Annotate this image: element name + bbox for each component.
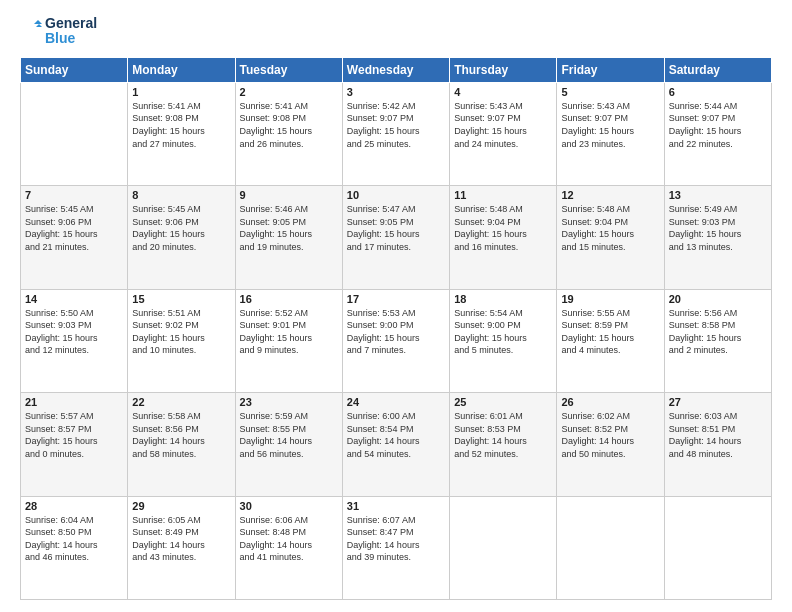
day-info: Sunrise: 5:43 AM Sunset: 9:07 PM Dayligh… (454, 100, 552, 150)
day-info: Sunrise: 5:46 AM Sunset: 9:05 PM Dayligh… (240, 203, 338, 253)
day-cell: 18Sunrise: 5:54 AM Sunset: 9:00 PM Dayli… (450, 289, 557, 392)
day-number: 28 (25, 500, 123, 512)
day-cell: 8Sunrise: 5:45 AM Sunset: 9:06 PM Daylig… (128, 186, 235, 289)
header-cell-tuesday: Tuesday (235, 57, 342, 82)
logo-bird-icon (20, 20, 42, 42)
day-info: Sunrise: 5:45 AM Sunset: 9:06 PM Dayligh… (132, 203, 230, 253)
day-cell: 9Sunrise: 5:46 AM Sunset: 9:05 PM Daylig… (235, 186, 342, 289)
day-number: 26 (561, 396, 659, 408)
day-cell: 30Sunrise: 6:06 AM Sunset: 8:48 PM Dayli… (235, 496, 342, 599)
day-cell (664, 496, 771, 599)
day-info: Sunrise: 5:41 AM Sunset: 9:08 PM Dayligh… (240, 100, 338, 150)
day-number: 13 (669, 189, 767, 201)
day-cell: 19Sunrise: 5:55 AM Sunset: 8:59 PM Dayli… (557, 289, 664, 392)
day-number: 17 (347, 293, 445, 305)
day-cell: 7Sunrise: 5:45 AM Sunset: 9:06 PM Daylig… (21, 186, 128, 289)
day-number: 10 (347, 189, 445, 201)
day-info: Sunrise: 5:59 AM Sunset: 8:55 PM Dayligh… (240, 410, 338, 460)
day-info: Sunrise: 5:58 AM Sunset: 8:56 PM Dayligh… (132, 410, 230, 460)
header-cell-friday: Friday (557, 57, 664, 82)
day-cell: 3Sunrise: 5:42 AM Sunset: 9:07 PM Daylig… (342, 82, 449, 185)
day-cell: 16Sunrise: 5:52 AM Sunset: 9:01 PM Dayli… (235, 289, 342, 392)
day-number: 14 (25, 293, 123, 305)
day-info: Sunrise: 5:47 AM Sunset: 9:05 PM Dayligh… (347, 203, 445, 253)
day-info: Sunrise: 6:05 AM Sunset: 8:49 PM Dayligh… (132, 514, 230, 564)
day-info: Sunrise: 5:52 AM Sunset: 9:01 PM Dayligh… (240, 307, 338, 357)
day-number: 23 (240, 396, 338, 408)
day-info: Sunrise: 5:42 AM Sunset: 9:07 PM Dayligh… (347, 100, 445, 150)
day-number: 6 (669, 86, 767, 98)
calendar-table: SundayMondayTuesdayWednesdayThursdayFrid… (20, 57, 772, 600)
day-cell: 2Sunrise: 5:41 AM Sunset: 9:08 PM Daylig… (235, 82, 342, 185)
day-number: 11 (454, 189, 552, 201)
day-info: Sunrise: 5:50 AM Sunset: 9:03 PM Dayligh… (25, 307, 123, 357)
day-cell (21, 82, 128, 185)
header-row: SundayMondayTuesdayWednesdayThursdayFrid… (21, 57, 772, 82)
day-cell: 15Sunrise: 5:51 AM Sunset: 9:02 PM Dayli… (128, 289, 235, 392)
logo: General Blue (20, 16, 97, 47)
header: General Blue (20, 16, 772, 47)
day-cell: 25Sunrise: 6:01 AM Sunset: 8:53 PM Dayli… (450, 393, 557, 496)
day-cell: 14Sunrise: 5:50 AM Sunset: 9:03 PM Dayli… (21, 289, 128, 392)
day-cell: 17Sunrise: 5:53 AM Sunset: 9:00 PM Dayli… (342, 289, 449, 392)
day-info: Sunrise: 5:56 AM Sunset: 8:58 PM Dayligh… (669, 307, 767, 357)
calendar-body: 1Sunrise: 5:41 AM Sunset: 9:08 PM Daylig… (21, 82, 772, 599)
day-number: 9 (240, 189, 338, 201)
header-cell-wednesday: Wednesday (342, 57, 449, 82)
day-info: Sunrise: 5:57 AM Sunset: 8:57 PM Dayligh… (25, 410, 123, 460)
calendar-header: SundayMondayTuesdayWednesdayThursdayFrid… (21, 57, 772, 82)
day-info: Sunrise: 5:55 AM Sunset: 8:59 PM Dayligh… (561, 307, 659, 357)
day-cell: 1Sunrise: 5:41 AM Sunset: 9:08 PM Daylig… (128, 82, 235, 185)
day-cell: 11Sunrise: 5:48 AM Sunset: 9:04 PM Dayli… (450, 186, 557, 289)
day-info: Sunrise: 6:03 AM Sunset: 8:51 PM Dayligh… (669, 410, 767, 460)
day-cell: 28Sunrise: 6:04 AM Sunset: 8:50 PM Dayli… (21, 496, 128, 599)
day-number: 22 (132, 396, 230, 408)
day-number: 2 (240, 86, 338, 98)
day-info: Sunrise: 6:06 AM Sunset: 8:48 PM Dayligh… (240, 514, 338, 564)
day-cell: 21Sunrise: 5:57 AM Sunset: 8:57 PM Dayli… (21, 393, 128, 496)
day-number: 27 (669, 396, 767, 408)
day-number: 12 (561, 189, 659, 201)
week-row-4: 28Sunrise: 6:04 AM Sunset: 8:50 PM Dayli… (21, 496, 772, 599)
day-info: Sunrise: 6:01 AM Sunset: 8:53 PM Dayligh… (454, 410, 552, 460)
day-info: Sunrise: 6:04 AM Sunset: 8:50 PM Dayligh… (25, 514, 123, 564)
day-info: Sunrise: 6:07 AM Sunset: 8:47 PM Dayligh… (347, 514, 445, 564)
day-number: 4 (454, 86, 552, 98)
day-cell: 22Sunrise: 5:58 AM Sunset: 8:56 PM Dayli… (128, 393, 235, 496)
day-number: 19 (561, 293, 659, 305)
day-cell (557, 496, 664, 599)
logo-general: General (45, 16, 97, 31)
day-number: 31 (347, 500, 445, 512)
day-number: 21 (25, 396, 123, 408)
day-cell: 27Sunrise: 6:03 AM Sunset: 8:51 PM Dayli… (664, 393, 771, 496)
day-cell: 29Sunrise: 6:05 AM Sunset: 8:49 PM Dayli… (128, 496, 235, 599)
day-number: 1 (132, 86, 230, 98)
day-info: Sunrise: 5:54 AM Sunset: 9:00 PM Dayligh… (454, 307, 552, 357)
week-row-2: 14Sunrise: 5:50 AM Sunset: 9:03 PM Dayli… (21, 289, 772, 392)
day-cell: 12Sunrise: 5:48 AM Sunset: 9:04 PM Dayli… (557, 186, 664, 289)
day-cell: 20Sunrise: 5:56 AM Sunset: 8:58 PM Dayli… (664, 289, 771, 392)
day-number: 8 (132, 189, 230, 201)
day-number: 16 (240, 293, 338, 305)
day-number: 20 (669, 293, 767, 305)
day-cell: 5Sunrise: 5:43 AM Sunset: 9:07 PM Daylig… (557, 82, 664, 185)
day-number: 15 (132, 293, 230, 305)
day-cell: 4Sunrise: 5:43 AM Sunset: 9:07 PM Daylig… (450, 82, 557, 185)
day-cell: 13Sunrise: 5:49 AM Sunset: 9:03 PM Dayli… (664, 186, 771, 289)
day-info: Sunrise: 5:48 AM Sunset: 9:04 PM Dayligh… (454, 203, 552, 253)
header-cell-monday: Monday (128, 57, 235, 82)
header-cell-saturday: Saturday (664, 57, 771, 82)
header-cell-thursday: Thursday (450, 57, 557, 82)
day-info: Sunrise: 5:51 AM Sunset: 9:02 PM Dayligh… (132, 307, 230, 357)
day-number: 30 (240, 500, 338, 512)
svg-marker-0 (34, 20, 42, 24)
day-number: 29 (132, 500, 230, 512)
day-cell: 10Sunrise: 5:47 AM Sunset: 9:05 PM Dayli… (342, 186, 449, 289)
page: General Blue SundayMondayTuesdayWednesda… (0, 0, 792, 612)
day-info: Sunrise: 6:00 AM Sunset: 8:54 PM Dayligh… (347, 410, 445, 460)
day-number: 24 (347, 396, 445, 408)
day-cell: 26Sunrise: 6:02 AM Sunset: 8:52 PM Dayli… (557, 393, 664, 496)
day-cell (450, 496, 557, 599)
day-info: Sunrise: 5:53 AM Sunset: 9:00 PM Dayligh… (347, 307, 445, 357)
day-info: Sunrise: 5:49 AM Sunset: 9:03 PM Dayligh… (669, 203, 767, 253)
